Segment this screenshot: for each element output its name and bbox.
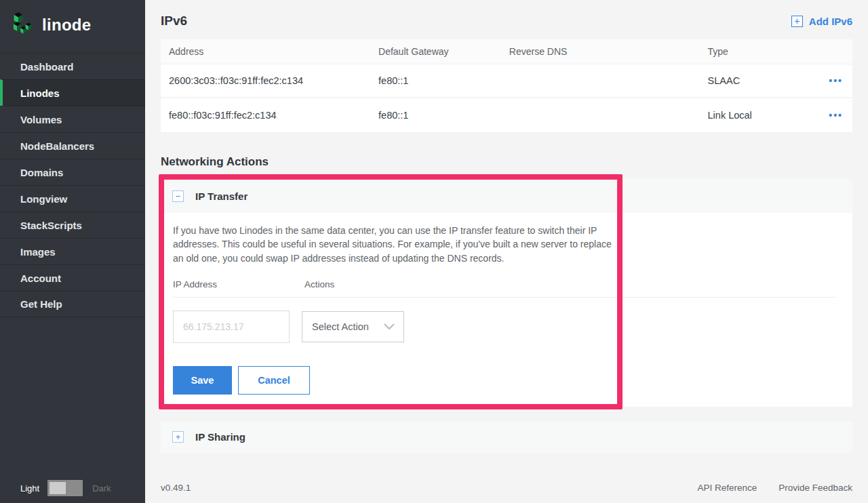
app-window: linode Dashboard Linodes Volumes NodeBal… [0,0,868,503]
page-footer: v0.49.1 API Reference Provide Feedback [161,483,852,493]
row-actions-kebab-icon[interactable]: ••• [829,76,843,85]
ip-transfer-panel-header[interactable]: − IP Transfer [161,179,852,213]
save-button[interactable]: Save [173,366,232,395]
cell-type: Link Local [700,110,820,121]
sidebar-item-volumes[interactable]: Volumes [0,106,145,132]
column-header-address: Address [161,46,370,57]
sidebar-item-images[interactable]: Images [0,238,145,264]
sidebar: linode Dashboard Linodes Volumes NodeBal… [0,0,145,503]
networking-actions-title: Networking Actions [161,155,852,170]
ip-transfer-body: If you have two Linodes in the same data… [161,213,852,407]
table-row: 2600:3c03::f03c:91ff:fec2:c134 fe80::1 S… [161,64,852,98]
column-header-type: Type [700,46,820,57]
theme-dark-label: Dark [92,483,111,494]
sidebar-nav: Dashboard Linodes Volumes NodeBalancers … [0,53,145,317]
sidebar-item-get-help[interactable]: Get Help [0,291,145,317]
ip-transfer-controls: Select Action [173,310,836,343]
ipv6-table-header: Address Default Gateway Reverse DNS Type [161,39,852,64]
ipv6-table: Address Default Gateway Reverse DNS Type… [161,39,852,132]
version-label: v0.49.1 [161,483,191,493]
action-select-value: Select Action [312,321,369,332]
column-header-reverse-dns: Reverse DNS [501,46,700,57]
page-title: IPv6 [161,14,187,28]
ip-address-label: IP Address [173,279,304,289]
row-actions-kebab-icon[interactable]: ••• [829,110,843,120]
column-header-default-gateway: Default Gateway [370,46,501,57]
ip-transfer-form-labels: IP Address Actions [173,279,836,289]
cell-default-gateway: fe80::1 [370,110,501,121]
ip-transfer-title: IP Transfer [195,190,248,202]
sidebar-item-account[interactable]: Account [0,264,145,291]
theme-toggle-switch[interactable] [47,480,83,496]
ip-transfer-panel: − IP Transfer If you have two Linodes in… [161,179,852,407]
ip-sharing-title: IP Sharing [195,431,245,443]
add-ipv6-label: Add IPv6 [809,16,852,27]
provide-feedback-link[interactable]: Provide Feedback [778,483,852,493]
cell-address: 2600:3c03::f03c:91ff:fec2:c134 [161,75,370,86]
ip-transfer-description: If you have two Linodes in the same data… [173,224,617,265]
ip-transfer-buttons: Save Cancel [173,366,836,395]
table-row: fe80::f03c:91ff:fec2:c134 fe80::1 Link L… [161,98,852,132]
sidebar-item-stackscripts[interactable]: StackScripts [0,212,145,238]
cancel-button[interactable]: Cancel [238,366,310,395]
linode-logo-icon [12,10,35,40]
plus-icon: + [791,16,803,27]
action-select[interactable]: Select Action [302,311,404,342]
chevron-down-icon [384,321,395,333]
linode-logo[interactable]: linode [0,0,145,49]
ipv6-header: IPv6 + Add IPv6 [161,0,852,39]
cell-address: fe80::f03c:91ff:fec2:c134 [161,110,370,121]
theme-toggle: Light Dark [0,480,145,496]
collapse-icon[interactable]: − [172,190,184,202]
cell-type: SLAAC [700,75,820,86]
actions-label: Actions [304,279,334,289]
cell-default-gateway: fe80::1 [370,75,501,86]
footer-links: API Reference Provide Feedback [697,483,852,493]
sidebar-item-longview[interactable]: Longview [0,185,145,212]
sidebar-item-linodes[interactable]: Linodes [0,79,145,106]
theme-toggle-knob [50,482,66,494]
main-content: IPv6 + Add IPv6 Address Default Gateway … [145,0,868,503]
api-reference-link[interactable]: API Reference [697,483,757,493]
ip-sharing-panel-header[interactable]: + IP Sharing [161,422,852,453]
sidebar-item-nodebalancers[interactable]: NodeBalancers [0,132,145,159]
form-divider [173,297,836,298]
sidebar-item-domains[interactable]: Domains [0,159,145,185]
add-ipv6-button[interactable]: + Add IPv6 [791,16,852,27]
ip-sharing-panel: + IP Sharing [161,422,852,453]
brand-name: linode [42,16,91,35]
ip-address-input[interactable] [173,310,290,343]
expand-icon[interactable]: + [172,431,184,443]
sidebar-item-dashboard[interactable]: Dashboard [0,53,145,79]
theme-light-label: Light [20,483,39,494]
